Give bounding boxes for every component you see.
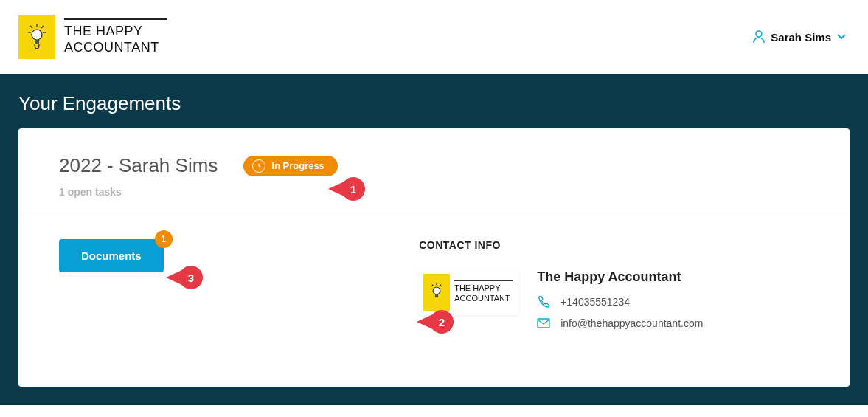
contact-name: The Happy Accountant xyxy=(537,269,809,285)
svg-line-9 xyxy=(432,285,434,286)
status-badge: In Progress xyxy=(243,156,338,176)
annotation-number: 3 xyxy=(179,266,203,289)
phone-icon xyxy=(537,295,550,309)
svg-point-11 xyxy=(433,287,440,294)
brand-logo-text: THE HAPPY ACCOUNTANT xyxy=(64,18,167,56)
contact-heading: CONTACT INFO xyxy=(419,239,809,251)
engagement-body: Documents 1 CONTACT INFO xyxy=(18,213,850,360)
person-icon xyxy=(753,30,765,44)
email-icon xyxy=(537,318,550,328)
open-tasks-count: 1 open tasks xyxy=(59,186,809,198)
annotation-number: 1 xyxy=(341,177,365,201)
contact-phone-row: +14035551234 xyxy=(537,295,809,309)
page-title: Your Engagements xyxy=(18,92,850,115)
svg-line-1 xyxy=(30,26,32,28)
contact-phone: +14035551234 xyxy=(560,296,630,308)
app-header: THE HAPPY ACCOUNTANT Sarah Sims xyxy=(0,0,868,74)
svg-rect-12 xyxy=(435,294,438,297)
chevron-down-icon xyxy=(837,34,846,40)
brand-logo-mark xyxy=(18,15,55,59)
brand-name-line2: ACCOUNTANT xyxy=(64,39,167,56)
user-name: Sarah Sims xyxy=(771,31,831,44)
documents-count-badge: 1 xyxy=(155,230,173,248)
brand-name-line1: THE HAPPY xyxy=(64,23,167,40)
svg-point-5 xyxy=(32,30,42,40)
contact-details: The Happy Accountant +14035551234 xyxy=(537,269,809,338)
svg-rect-13 xyxy=(538,319,549,328)
contact-logo-line1: THE HAPPY xyxy=(454,283,513,294)
contact-logo-line2: ACCOUNTANT xyxy=(454,294,513,304)
bulb-icon xyxy=(430,283,443,302)
main-content: Your Engagements 2022 - Sarah Sims In Pr… xyxy=(0,74,868,405)
bulb-icon xyxy=(27,24,46,50)
engagement-card: 2022 - Sarah Sims In Progress 1 open tas… xyxy=(18,128,850,387)
clock-icon xyxy=(252,159,265,173)
brand-logo: THE HAPPY ACCOUNTANT xyxy=(18,15,167,59)
svg-line-2 xyxy=(41,26,44,28)
contact-logo: THE HAPPY ACCOUNTANT xyxy=(419,269,518,315)
user-menu[interactable]: Sarah Sims xyxy=(753,30,846,44)
status-label: In Progress xyxy=(271,160,324,171)
svg-rect-6 xyxy=(35,40,39,44)
documents-button[interactable]: Documents 1 xyxy=(59,239,164,272)
annotation-callout-2: 2 xyxy=(417,310,454,334)
annotation-callout-1: 1 xyxy=(328,177,365,201)
svg-line-10 xyxy=(440,285,441,286)
svg-point-7 xyxy=(756,31,762,37)
engagement-header: 2022 - Sarah Sims In Progress 1 open tas… xyxy=(18,128,850,213)
contact-email: info@thehappyaccountant.com xyxy=(560,317,703,329)
documents-button-label: Documents xyxy=(81,249,142,262)
annotation-callout-3: 3 xyxy=(166,266,203,289)
documents-section: Documents 1 xyxy=(59,239,419,338)
engagement-title: 2022 - Sarah Sims xyxy=(59,154,218,177)
brand-divider xyxy=(64,18,167,20)
contact-section: CONTACT INFO xyxy=(419,239,809,338)
annotation-number: 2 xyxy=(430,310,454,334)
contact-email-row: info@thehappyaccountant.com xyxy=(537,317,809,329)
